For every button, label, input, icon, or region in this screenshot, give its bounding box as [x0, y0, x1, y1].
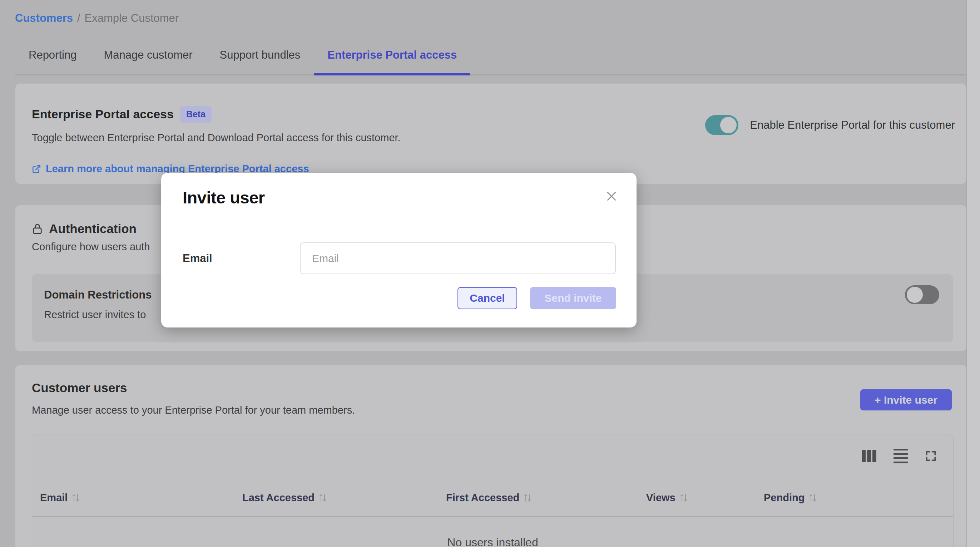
cancel-button[interactable]: Cancel [458, 287, 517, 309]
sort-icon[interactable] [523, 493, 531, 503]
column-label: First Accessed [446, 492, 519, 504]
enterprise-portal-access-card: Enterprise Portal access Beta Toggle bet… [15, 83, 967, 184]
authentication-title: Authentication [49, 222, 137, 236]
page-scrollbar[interactable] [966, 0, 980, 547]
tab-reporting[interactable]: Reporting [15, 36, 90, 74]
column-header-pending[interactable]: Pending [764, 492, 953, 504]
domain-restrictions-description: Restrict user invites to [44, 309, 146, 321]
authentication-description: Configure how users auth [32, 241, 150, 253]
domain-restrictions-title: Domain Restrictions [44, 289, 151, 301]
enable-enterprise-portal-toggle[interactable] [705, 115, 738, 135]
domain-restrictions-toggle[interactable] [905, 285, 939, 304]
send-invite-button[interactable]: Send invite [530, 287, 616, 309]
toggle-knob [720, 117, 737, 133]
table-header-row: Email Last Accessed First Accessed [32, 479, 953, 517]
tab-manage-customer[interactable]: Manage customer [90, 36, 206, 74]
breadcrumb-customers-link[interactable]: Customers [15, 12, 73, 25]
users-table-card: Email Last Accessed First Accessed [32, 434, 953, 547]
invite-user-modal: Invite user Email Cancel Send invite [161, 173, 636, 327]
breadcrumb: Customers / Example Customer [15, 12, 179, 25]
breadcrumb-current: Example Customer [85, 12, 179, 25]
column-header-views[interactable]: Views [646, 492, 764, 504]
sort-icon[interactable] [809, 493, 817, 503]
sort-icon[interactable] [72, 493, 80, 503]
external-link-icon [32, 164, 41, 174]
portal-card-title: Enterprise Portal access [32, 107, 174, 121]
breadcrumb-separator: / [77, 12, 80, 25]
toggle-knob [907, 287, 923, 303]
density-icon[interactable] [894, 449, 908, 463]
column-header-last-accessed[interactable]: Last Accessed [242, 492, 446, 504]
sort-icon[interactable] [680, 493, 688, 503]
portal-card-description: Toggle between Enterprise Portal and Dow… [32, 132, 401, 144]
email-label: Email [183, 252, 212, 265]
lock-icon [32, 223, 43, 235]
table-empty-state: No users installed [32, 536, 953, 547]
sort-icon[interactable] [319, 493, 327, 503]
column-header-email[interactable]: Email [40, 492, 242, 504]
column-header-first-accessed[interactable]: First Accessed [446, 492, 646, 504]
fullscreen-icon[interactable] [925, 450, 937, 462]
column-label: Pending [764, 492, 805, 504]
modal-actions: Cancel Send invite [458, 287, 616, 309]
column-label: Email [40, 492, 68, 504]
column-label: Last Accessed [242, 492, 315, 504]
customer-users-description: Manage user access to your Enterprise Po… [32, 404, 355, 416]
beta-badge: Beta [180, 106, 212, 123]
customer-users-title: Customer users [32, 381, 127, 395]
columns-icon[interactable] [862, 450, 877, 462]
customer-users-card: Customer users Manage user access to you… [15, 365, 967, 547]
close-icon[interactable] [605, 190, 618, 203]
table-toolbar [862, 449, 937, 463]
tab-enterprise-portal-access[interactable]: Enterprise Portal access [314, 36, 470, 74]
column-label: Views [646, 492, 676, 504]
enable-enterprise-portal-label: Enable Enterprise Portal for this custom… [750, 119, 955, 132]
invite-user-button[interactable]: + Invite user [860, 389, 952, 410]
tab-bar: Reporting Manage customer Support bundle… [15, 36, 967, 75]
tab-support-bundles[interactable]: Support bundles [206, 36, 314, 74]
modal-title: Invite user [183, 188, 265, 207]
email-field[interactable] [300, 242, 616, 274]
